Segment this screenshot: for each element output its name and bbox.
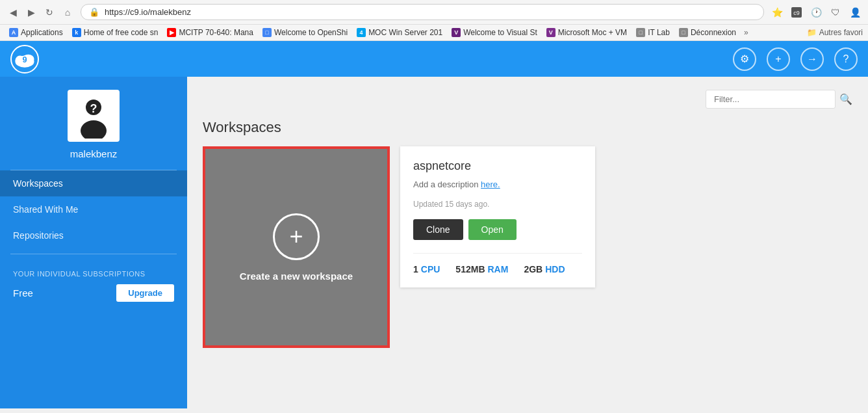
divider-bottom (10, 254, 177, 254)
sidebar: ? malekbenz Workspaces Shared With Me Re… (0, 77, 187, 408)
vamp-bookmark-label: Microsoft Moc + VM (558, 28, 627, 37)
shield-icon[interactable]: 🛡 (828, 5, 843, 20)
openshift-bookmark-icon: □ (262, 28, 272, 37)
nav-buttons: ◀ ▶ ↻ ⌂ (5, 5, 75, 20)
share-button[interactable]: → (800, 47, 824, 71)
user-section: ? malekbenz (0, 77, 187, 170)
back-button[interactable]: ◀ (5, 5, 21, 20)
bookmark-deconnexion[interactable]: □ Déconnexion (675, 27, 740, 38)
clock-icon[interactable]: 🕐 (808, 5, 824, 20)
logo: 9 (10, 45, 39, 73)
share-icon: → (807, 53, 817, 65)
new-workspace-card[interactable]: + Create a new workspace (203, 146, 390, 348)
avatar: ? (68, 90, 120, 142)
browser-toolbar: ◀ ▶ ↻ ⌂ 🔒 https://c9.io/malekbenz ⭐ c9 🕐… (0, 0, 868, 25)
mcitp-bookmark-icon: ▶ (167, 28, 176, 37)
ram-spec: 512MB RAM (455, 264, 508, 274)
sidebar-item-workspaces[interactable]: Workspaces (0, 170, 187, 196)
bookmark-applications[interactable]: A Applications (5, 27, 67, 38)
create-workspace-plus-icon: + (289, 225, 303, 248)
add-button[interactable]: + (767, 47, 790, 71)
browser-chrome: ◀ ▶ ↻ ⌂ 🔒 https://c9.io/malekbenz ⭐ c9 🕐… (0, 0, 868, 41)
help-button[interactable]: ? (834, 47, 858, 71)
app-header: 9 ⚙ + → ? (0, 41, 868, 77)
content-area: ? malekbenz Workspaces Shared With Me Re… (0, 77, 868, 408)
sidebar-item-shared[interactable]: Shared With Me (0, 196, 187, 222)
visualst-bookmark-icon: V (452, 28, 461, 37)
svg-text:c9: c9 (793, 10, 800, 16)
deconn-bookmark-icon: □ (679, 28, 688, 37)
deconn-bookmark-label: Déconnexion (691, 28, 736, 37)
workspace-updated: Updated 15 days ago. (413, 200, 582, 209)
workspaces-nav-label: Workspaces (13, 178, 63, 189)
plan-label: Free (13, 287, 33, 299)
favorites-folder[interactable]: 📁 Autres favori (807, 28, 863, 37)
folder-icon: 📁 (807, 28, 817, 37)
header-actions: ⚙ + → ? (733, 47, 858, 71)
subscriptions-label: YOUR INDIVIDUAL SUBSCRIPTIONS (13, 270, 174, 278)
visualst-bookmark-label: Welcome to Visual St (463, 28, 537, 37)
apps-bookmark-icon: A (9, 28, 18, 37)
cpu-value: 1 (413, 264, 418, 274)
filter-row: 🔍 (203, 90, 852, 109)
address-bar[interactable]: 🔒 https://c9.io/malekbenz (81, 4, 764, 20)
svg-text:?: ? (90, 102, 97, 115)
bookmark-mcitp[interactable]: ▶ MCITP 70-640: Mana (163, 27, 257, 38)
refresh-button[interactable]: ↻ (42, 5, 57, 20)
workspace-detail-card: aspnetcore Add a description here. Updat… (400, 146, 595, 287)
bookmark-vamp[interactable]: V Microsoft Moc + VM (542, 27, 631, 38)
settings-button[interactable]: ⚙ (733, 47, 756, 71)
bookmark-itlab[interactable]: □ IT Lab (632, 27, 674, 38)
itlab-bookmark-label: IT Lab (648, 28, 670, 37)
freecode-bookmark-label: Home of free code sn (84, 28, 159, 37)
clone-button[interactable]: Clone (413, 219, 463, 240)
filter-input[interactable] (706, 90, 836, 109)
new-workspace-label: Create a new workspace (240, 271, 353, 282)
workspace-desc-link[interactable]: here. (481, 180, 500, 189)
workspace-name: aspnetcore (413, 159, 582, 173)
bookmarks-bar: A Applications k Home of free code sn ▶ … (0, 25, 868, 41)
user-icon[interactable]: 👤 (847, 5, 863, 20)
subscription-row: Free Upgrade (13, 284, 174, 302)
c9-extension-icon[interactable]: c9 (789, 5, 804, 20)
app-container: 9 ⚙ + → ? (0, 41, 868, 408)
moc-bookmark-label: MOC Win Server 201 (368, 28, 442, 37)
home-button[interactable]: ⌂ (60, 5, 75, 20)
workspace-desc-text: Add a description (413, 180, 481, 189)
sidebar-item-repositories[interactable]: Repositories (0, 222, 187, 248)
username-label: malekbenz (70, 148, 118, 159)
main-content: 🔍 Workspaces + Create a new workspace as… (187, 77, 868, 408)
itlab-bookmark-icon: □ (636, 28, 645, 37)
moc-bookmark-icon: 4 (357, 28, 366, 37)
svg-text:9: 9 (22, 55, 27, 64)
search-icon[interactable]: 🔍 (839, 93, 852, 105)
bookmark-freecode[interactable]: k Home of free code sn (68, 27, 162, 38)
favorites-label: Autres favori (819, 28, 863, 37)
workspace-actions: Clone Open (413, 219, 582, 240)
url-text: https://c9.io/malekbenz (105, 7, 191, 17)
open-button[interactable]: Open (468, 219, 517, 240)
hdd-unit: HDD (545, 264, 565, 274)
more-bookmarks-button[interactable]: » (744, 28, 748, 37)
cpu-spec: 1 CPU (413, 264, 440, 274)
cpu-unit: CPU (421, 264, 440, 274)
question-icon: ? (843, 53, 849, 65)
bookmark-visualst[interactable]: V Welcome to Visual St (448, 27, 541, 38)
hdd-spec: 2GB HDD (524, 264, 565, 274)
freecode-bookmark-icon: k (72, 28, 81, 37)
hdd-value: 2GB (524, 264, 542, 274)
workspace-description: Add a description here. (413, 180, 582, 189)
subscriptions-section: YOUR INDIVIDUAL SUBSCRIPTIONS Free Upgra… (0, 260, 187, 312)
workspace-grid: + Create a new workspace aspnetcore Add … (203, 146, 852, 348)
bookmark-icon[interactable]: ⭐ (769, 5, 785, 20)
repositories-nav-label: Repositories (13, 230, 64, 241)
upgrade-button[interactable]: Upgrade (116, 284, 174, 302)
forward-button[interactable]: ▶ (23, 5, 39, 20)
browser-actions: ⭐ c9 🕐 🛡 👤 (769, 5, 863, 20)
workspaces-title: Workspaces (203, 119, 852, 136)
bookmark-moc[interactable]: 4 MOC Win Server 201 (353, 27, 446, 38)
ram-value: 512MB (455, 264, 485, 274)
shared-nav-label: Shared With Me (13, 204, 78, 215)
bookmark-openshift[interactable]: □ Welcome to OpenShi (259, 27, 351, 38)
logo-circle: 9 (10, 45, 39, 73)
